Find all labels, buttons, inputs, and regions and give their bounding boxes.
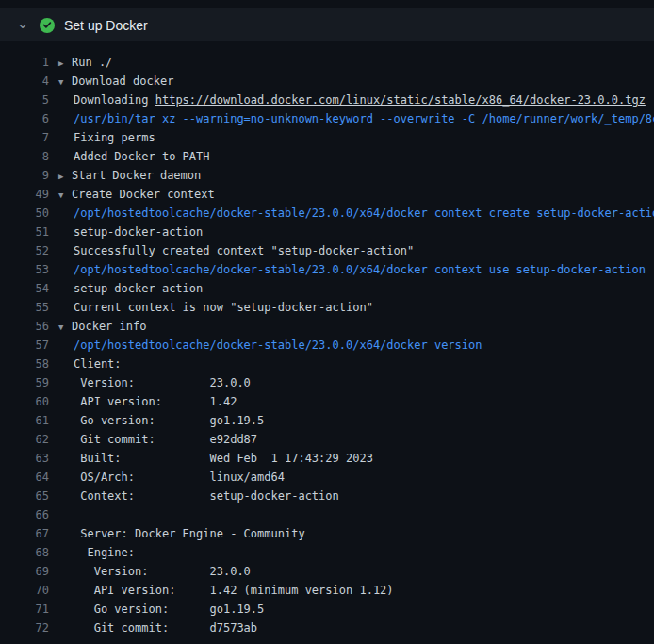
line-number[interactable]: 9 [0, 166, 53, 185]
line-number[interactable]: 68 [0, 543, 53, 562]
line-number[interactable]: 56 [0, 317, 53, 336]
log-text: Fixing perms [74, 131, 155, 144]
line-number[interactable]: 51 [0, 223, 53, 241]
log-line: 72 Git commit: d7573ab [0, 619, 654, 637]
line-number[interactable]: 55 [0, 298, 53, 317]
line-number[interactable]: 60 [0, 392, 53, 411]
line-number[interactable]: 63 [0, 449, 53, 468]
log-line: 61 Go version: go1.19.5 [0, 411, 654, 430]
log-line-content[interactable]: ▼Docker info [53, 317, 654, 336]
log-line-content: Go version: go1.19.5 [53, 411, 654, 430]
log-line-content: Current context is now "setup-docker-act… [53, 298, 654, 317]
line-number[interactable]: 6 [0, 109, 53, 128]
log-line-content: Built: Wed Feb 1 17:43:29 2023 [53, 449, 654, 468]
log-line-content: setup-docker-action [53, 223, 654, 241]
line-number[interactable]: 52 [0, 241, 53, 260]
log-line: 51setup-docker-action [0, 223, 654, 241]
log-line-content: /usr/bin/tar xz --warning=no-unknown-key… [53, 109, 654, 128]
line-number[interactable]: 64 [0, 468, 53, 487]
log-command-text: /opt/hostedtoolcache/docker-stable/23.0.… [74, 263, 646, 276]
log-text: Client: [74, 357, 122, 371]
line-number[interactable]: 66 [0, 505, 53, 524]
log-line-content: Version: 23.0.0 [53, 373, 654, 392]
log-text: Successfully created context "setup-dock… [74, 244, 414, 257]
log-line-content: Go version: go1.19.5 [53, 600, 654, 619]
log-line-content[interactable]: ▼Download docker [53, 72, 654, 91]
line-number[interactable]: 50 [0, 204, 53, 223]
log-line: 55Current context is now "setup-docker-a… [0, 298, 654, 317]
log-text: Current context is now "setup-docker-act… [74, 301, 373, 314]
line-number[interactable]: 69 [0, 562, 53, 581]
log-line: 71 Go version: go1.19.5 [0, 600, 654, 619]
log-text: Context: setup-docker-action [74, 489, 339, 503]
log-line-content: OS/Arch: linux/amd64 [53, 468, 654, 487]
log-line: 57/opt/hostedtoolcache/docker-stable/23.… [0, 336, 654, 355]
log-command-text: /opt/hostedtoolcache/docker-stable/23.0.… [74, 206, 654, 220]
log-text: Version: 23.0.0 [74, 376, 251, 389]
line-number[interactable]: 8 [0, 147, 53, 166]
log-line-content: /opt/hostedtoolcache/docker-stable/23.0.… [53, 336, 654, 355]
log-line: 50/opt/hostedtoolcache/docker-stable/23.… [0, 204, 654, 223]
log-line: 59 Version: 23.0.0 [0, 373, 654, 392]
line-number[interactable]: 7 [0, 128, 53, 147]
log-group-line: 4▼Download docker [0, 72, 654, 91]
log-line: 66 [0, 505, 654, 524]
log-line-content: Client: [53, 355, 654, 373]
chevron-down-icon[interactable]: ⌄ [15, 16, 30, 30]
log-line-content: Git commit: d7573ab [53, 619, 654, 637]
line-number[interactable]: 59 [0, 373, 53, 392]
line-number[interactable]: 61 [0, 411, 53, 430]
line-number[interactable]: 4 [0, 72, 53, 91]
log-line: 6/usr/bin/tar xz --warning=no-unknown-ke… [0, 109, 654, 128]
log-line-content[interactable]: ▶Start Docker daemon [53, 166, 654, 185]
group-expanded-icon[interactable]: ▼ [58, 186, 72, 204]
log-line: 67 Server: Docker Engine - Community [0, 524, 654, 543]
log-line: 54setup-docker-action [0, 279, 654, 298]
step-header[interactable]: ⌄ Set up Docker [0, 8, 654, 41]
line-number[interactable]: 65 [0, 487, 53, 505]
log-text: Git commit: e92dd87 [74, 433, 257, 446]
line-number[interactable]: 71 [0, 600, 53, 619]
log-text: Run ./ [72, 56, 112, 69]
line-number[interactable]: 62 [0, 430, 53, 449]
log-area: 1▶Run ./4▼Download docker5Downloading ht… [0, 41, 654, 644]
log-line-content: API version: 1.42 (minimum version 1.12) [53, 581, 654, 600]
log-line-content: /opt/hostedtoolcache/docker-stable/23.0.… [53, 204, 654, 223]
log-line: 69 Version: 23.0.0 [0, 562, 654, 581]
log-line: 63 Built: Wed Feb 1 17:43:29 2023 [0, 449, 654, 468]
log-line-content: setup-docker-action [53, 279, 654, 298]
log-line-content: Successfully created context "setup-dock… [53, 241, 654, 260]
log-group-line: 9▶Start Docker daemon [0, 166, 654, 185]
log-line: 8Added Docker to PATH [0, 147, 654, 166]
line-number[interactable]: 49 [0, 185, 53, 204]
log-text: OS/Arch: linux/amd64 [74, 471, 285, 484]
group-collapsed-icon[interactable]: ▶ [58, 167, 72, 185]
log-line-content[interactable]: ▼Create Docker context [53, 185, 654, 204]
log-line: 60 API version: 1.42 [0, 392, 654, 411]
line-number[interactable]: 54 [0, 279, 53, 298]
line-number[interactable]: 57 [0, 336, 53, 355]
line-number[interactable]: 5 [0, 91, 53, 109]
log-text: setup-docker-action [74, 225, 203, 239]
line-number[interactable]: 1 [0, 53, 53, 72]
line-number[interactable]: 67 [0, 524, 53, 543]
log-link[interactable]: https://download.docker.com/linux/static… [155, 93, 646, 107]
log-group-line: 56▼Docker info [0, 317, 654, 336]
group-collapsed-icon[interactable]: ▶ [58, 54, 72, 72]
log-line-content[interactable]: ▶Run ./ [53, 53, 654, 72]
group-expanded-icon[interactable]: ▼ [58, 318, 72, 336]
line-number[interactable]: 70 [0, 581, 53, 600]
log-line: 64 OS/Arch: linux/amd64 [0, 468, 654, 487]
log-line: 62 Git commit: e92dd87 [0, 430, 654, 449]
log-line-content: Git commit: e92dd87 [53, 430, 654, 449]
log-command-text: /opt/hostedtoolcache/docker-stable/23.0.… [74, 339, 482, 352]
log-line-content: Server: Docker Engine - Community [53, 524, 654, 543]
log-line: 65 Context: setup-docker-action [0, 487, 654, 505]
line-number[interactable]: 53 [0, 260, 53, 279]
group-expanded-icon[interactable]: ▼ [58, 73, 72, 91]
line-number[interactable]: 58 [0, 355, 53, 373]
actions-log-page: ⌄ Set up Docker 1▶Run ./4▼Download docke… [0, 0, 654, 644]
status-check-icon [40, 18, 55, 33]
log-line: 7Fixing perms [0, 128, 654, 147]
line-number[interactable]: 72 [0, 619, 53, 637]
